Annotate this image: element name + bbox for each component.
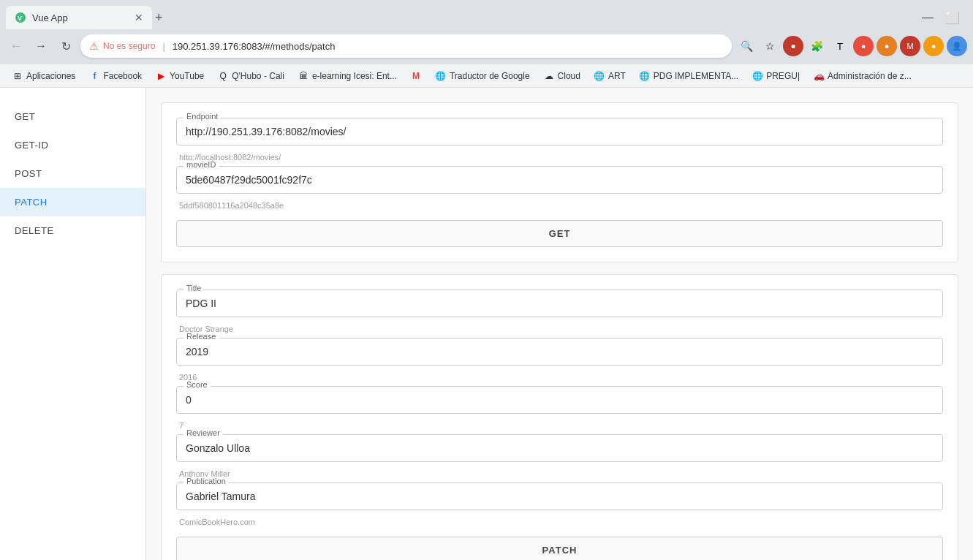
reviewer-input[interactable] <box>176 434 943 462</box>
bookmark-pdg[interactable]: 🌐 PDG IMPLEMENTA... <box>633 69 744 83</box>
bookmark-apps-label: Aplicaciones <box>26 71 75 81</box>
tab-favicon: V <box>15 12 26 23</box>
movie-fields-card: Title Doctor Strange Release 2016 Score … <box>161 274 958 560</box>
cloud-icon: ☁ <box>543 70 555 82</box>
facebook-icon: f <box>88 70 100 82</box>
tab-title: Vue App <box>32 12 129 23</box>
sidebar-item-patch[interactable]: PATCH <box>0 188 145 216</box>
bookmark-facebook[interactable]: f Facebook <box>83 69 148 83</box>
bookmark-art-label: ART <box>608 71 626 81</box>
sidebar-item-get[interactable]: GET <box>0 102 145 131</box>
release-label: Release <box>183 332 219 341</box>
pdg-icon: 🌐 <box>639 70 651 82</box>
bookmark-elearning-label: e-learning Icesi: Ent... <box>312 71 397 81</box>
gmail-icon: M <box>410 70 422 82</box>
sidebar: GET GET-ID POST PATCH DELETE <box>0 88 146 560</box>
patch-button[interactable]: PATCH <box>176 537 943 560</box>
movie-id-input[interactable] <box>176 166 943 194</box>
bookmark-apps[interactable]: ⊞ Aplicaciones <box>6 69 81 83</box>
title-hint: Doctor Strange <box>176 323 943 338</box>
url-text: 190.251.39.176:8083/#/methods/patch <box>173 41 336 52</box>
bookmark-elearning[interactable]: 🏛 e-learning Icesi: Ent... <box>292 69 403 83</box>
bookmark-youtube-label: YouTube <box>170 71 204 81</box>
qhubo-icon: Q <box>217 70 229 82</box>
title-input[interactable] <box>176 290 943 317</box>
reviewer-hint: Anthony Miller <box>176 468 943 483</box>
art-icon: 🌐 <box>594 70 605 82</box>
bookmark-qhubo-label: Q'Hubo - Cali <box>232 71 284 81</box>
score-hint: 7 <box>176 420 943 434</box>
forward-button[interactable]: → <box>31 36 51 56</box>
tab-bar: V Vue App ✕ + — ⬜ <box>0 0 973 29</box>
extension-icon-1[interactable]: ● <box>783 36 803 56</box>
bookmark-cloud[interactable]: ☁ Cloud <box>537 69 586 83</box>
extension-icon-6[interactable]: M <box>900 36 920 56</box>
bookmark-gmail[interactable]: M <box>404 69 428 83</box>
bookmark-traductor-label: Traductor de Google <box>450 71 530 81</box>
back-button[interactable]: ← <box>6 36 26 56</box>
app-body: GET GET-ID POST PATCH DELETE Endpoint ht… <box>0 88 973 560</box>
profile-icon[interactable]: 👤 <box>947 36 967 56</box>
apps-icon: ⊞ <box>12 70 23 82</box>
extension-icon-4[interactable]: ● <box>853 36 874 56</box>
url-separator: | <box>162 41 164 52</box>
publication-input[interactable] <box>176 483 943 510</box>
extension-icon-7[interactable]: ● <box>923 36 944 56</box>
bookmark-art[interactable]: 🌐 ART <box>588 69 632 83</box>
movie-id-hint: 5ddf580801116a2048c35a8e <box>176 200 943 214</box>
movie-id-field-group: movieID <box>176 166 943 194</box>
bookmark-traductor[interactable]: 🌐 Traductor de Google <box>429 69 536 83</box>
minimize-button[interactable]: — <box>917 10 938 26</box>
endpoint-input[interactable] <box>176 118 943 145</box>
sidebar-item-post[interactable]: POST <box>0 159 145 188</box>
endpoint-hint: http://localhost:8082/movies/ <box>176 151 943 166</box>
bookmark-admin-label: Administración de z... <box>828 71 912 81</box>
bookmark-pregu[interactable]: 🌐 PREGU| <box>746 69 806 83</box>
svg-text:V: V <box>18 15 22 22</box>
active-tab[interactable]: V Vue App ✕ <box>6 6 152 29</box>
title-field-group: Title <box>176 290 943 317</box>
release-field-group: Release <box>176 338 943 366</box>
get-button[interactable]: GET <box>176 220 943 247</box>
publication-hint: ComicBookHero.com <box>176 516 943 531</box>
release-hint: 2016 <box>176 371 943 386</box>
endpoint-card: Endpoint http://localhost:8082/movies/ m… <box>161 102 958 262</box>
elearning-icon: 🏛 <box>298 70 309 82</box>
maximize-button[interactable]: ⬜ <box>941 10 964 26</box>
browser-toolbar-icons: 🔍 ☆ ● 🧩 T ● ● M ● 👤 <box>736 36 967 56</box>
title-label: Title <box>183 284 204 292</box>
publication-label: Publication <box>183 477 229 485</box>
score-label: Score <box>183 380 211 389</box>
publication-field-group: Publication <box>176 483 943 510</box>
youtube-icon: ▶ <box>155 70 167 82</box>
score-input[interactable] <box>176 386 943 414</box>
window-controls: — ⬜ <box>917 10 967 26</box>
sidebar-item-get-id[interactable]: GET-ID <box>0 131 145 159</box>
extension-icon-2[interactable]: 🧩 <box>806 36 827 56</box>
main-content: Endpoint http://localhost:8082/movies/ m… <box>146 88 973 560</box>
traductor-icon: 🌐 <box>435 70 447 82</box>
reload-button[interactable]: ↻ <box>56 36 76 56</box>
reviewer-label: Reviewer <box>183 428 223 437</box>
bookmark-pregu-label: PREGU| <box>766 71 800 81</box>
new-tab-button[interactable]: + <box>155 10 163 26</box>
release-input[interactable] <box>176 338 943 366</box>
security-text: No es seguro <box>103 41 155 51</box>
url-field[interactable]: ⚠ No es seguro | 190.251.39.176:8083/#/m… <box>80 34 732 58</box>
endpoint-field-group: Endpoint <box>176 118 943 145</box>
sidebar-item-delete[interactable]: DELETE <box>0 216 145 245</box>
extension-icon-5[interactable]: ● <box>877 36 897 56</box>
tab-close-button[interactable]: ✕ <box>135 12 143 23</box>
bookmark-youtube[interactable]: ▶ YouTube <box>149 69 210 83</box>
bookmark-cloud-label: Cloud <box>558 71 580 81</box>
search-icon[interactable]: 🔍 <box>736 36 757 56</box>
address-bar: ← → ↻ ⚠ No es seguro | 190.251.39.176:80… <box>0 29 973 64</box>
bookmark-admin[interactable]: 🚗 Administración de z... <box>807 69 917 83</box>
extension-icon-3[interactable]: T <box>830 36 850 56</box>
bookmark-star-icon[interactable]: ☆ <box>760 36 780 56</box>
bookmark-pdg-label: PDG IMPLEMENTA... <box>654 71 738 81</box>
bookmark-facebook-label: Facebook <box>103 71 142 81</box>
reviewer-field-group: Reviewer <box>176 434 943 462</box>
pregu-icon: 🌐 <box>751 70 763 82</box>
bookmark-qhubo[interactable]: Q Q'Hubo - Cali <box>211 69 290 83</box>
